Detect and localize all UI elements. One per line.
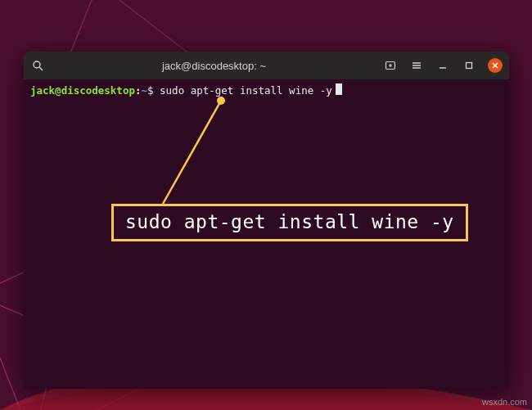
menu-icon[interactable] [409, 58, 424, 73]
callout-box: sudo apt-get install wine -y [111, 204, 468, 241]
callout-text: sudo apt-get install wine -y [125, 211, 454, 232]
search-icon[interactable] [30, 58, 45, 73]
prompt-line: jack@discodesktop:~$ sudo apt-get instal… [30, 83, 503, 98]
cursor [336, 83, 342, 95]
svg-rect-9 [467, 63, 472, 69]
prompt-symbol: $ [147, 83, 154, 98]
prompt-command: sudo apt-get install wine -y [154, 83, 332, 98]
watermark: wsxdn.com [482, 397, 527, 407]
svg-line-1 [39, 67, 43, 70]
prompt-user-host: jack@discodesktop [30, 83, 135, 98]
prompt-separator: : [135, 83, 142, 98]
titlebar: jack@discodesktop: ~ [24, 52, 509, 79]
prompt-path: ~ [141, 83, 147, 98]
window-title: jack@discodesktop: ~ [52, 60, 376, 72]
minimize-button[interactable] [435, 58, 450, 73]
maximize-button[interactable] [462, 58, 476, 73]
close-button[interactable] [488, 58, 503, 73]
svg-point-0 [34, 61, 40, 68]
titlebar-controls [383, 58, 503, 73]
newtab-icon[interactable] [383, 58, 398, 73]
